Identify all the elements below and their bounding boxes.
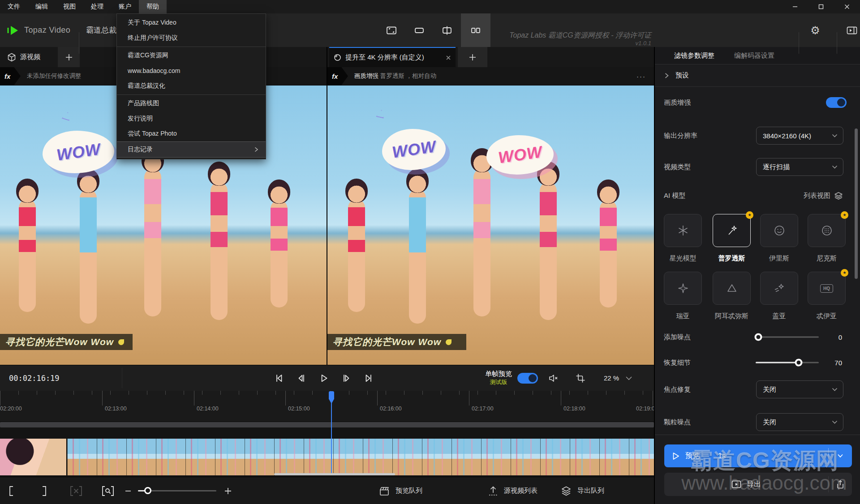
go-to-end-button[interactable] — [364, 373, 374, 383]
timeline-zoom-out-button[interactable] — [125, 477, 132, 504]
filmstrip-thumbnails[interactable] — [67, 439, 654, 475]
single-frame-toggle[interactable] — [517, 373, 538, 384]
menu-process[interactable]: 处理 — [83, 0, 111, 13]
close-tab-icon[interactable] — [446, 55, 451, 60]
settings-tabs: 滤镜参数调整 编解码器设置 — [655, 47, 860, 64]
export-queue-button[interactable]: 导出队列 — [561, 477, 604, 504]
next-frame-button[interactable] — [341, 373, 351, 383]
zoom-level-control[interactable]: 22 % — [604, 365, 632, 391]
model-tile-artemis[interactable] — [713, 272, 751, 305]
menu-help[interactable]: 帮助 — [139, 0, 167, 13]
set-out-point-button[interactable] — [41, 477, 47, 504]
settings-gear-icon[interactable]: ⚙ — [806, 13, 824, 47]
tab-upscale-4k[interactable]: 提升至 4K 分辨率 (自定义) — [329, 47, 456, 67]
go-to-start-button[interactable] — [274, 373, 284, 383]
filmstrip-timeline[interactable] — [0, 439, 654, 475]
recover-detail-knob[interactable] — [795, 359, 803, 367]
model-tile-proteus[interactable] — [713, 214, 751, 247]
menu-item-localization[interactable]: 霸道总裁汉化 — [117, 78, 266, 94]
menu-item-roadmap[interactable]: 产品路线图 — [117, 96, 266, 111]
tab-filter-params[interactable]: 滤镜参数调整 — [674, 51, 714, 60]
add-filter-tab-button[interactable] — [458, 47, 487, 67]
timeline-scrollbar[interactable] — [0, 422, 654, 427]
panel-divider-line — [655, 435, 860, 435]
model-tile-theia[interactable]: HQ — [808, 272, 846, 305]
plus-icon — [224, 487, 232, 495]
clear-selection-button[interactable] — [69, 477, 83, 504]
filmstrip-scrollbar[interactable] — [274, 473, 395, 475]
person-silhouette — [19, 199, 36, 312]
model-tile-starlight[interactable] — [664, 214, 702, 247]
view-original-button[interactable] — [378, 13, 405, 47]
model-tile-iris[interactable] — [760, 214, 798, 247]
subtitle-caption: 寻找它的光芒Wow Wow — [327, 334, 466, 350]
menu-view[interactable]: 视图 — [56, 0, 83, 13]
panel-scrollbar[interactable] — [855, 128, 858, 279]
preview-region-button[interactable] — [101, 477, 115, 504]
preview-queue-button[interactable]: 预览队列 — [379, 477, 422, 504]
titlebar-separator — [837, 32, 837, 54]
menu-item-eula[interactable]: 终止用户许可协议 — [117, 30, 266, 46]
tab-codec-settings[interactable]: 编解码器设置 — [734, 51, 774, 60]
dotted-globe-icon — [821, 224, 833, 237]
person-silhouette — [80, 189, 97, 324]
source-list-label: 源视频列表 — [504, 487, 538, 495]
crop-icon[interactable] — [572, 365, 589, 391]
side-by-side-view-icon — [470, 25, 482, 36]
menu-item-release-notes[interactable]: 发行说明 — [117, 111, 266, 126]
add-source-tab-button[interactable] — [58, 47, 80, 67]
shooting-star-icon — [773, 282, 786, 295]
fx-icon: fx — [327, 67, 348, 85]
menu-item-badao-cg[interactable]: 霸道CG资源网 — [117, 48, 266, 63]
major-tick — [561, 391, 561, 406]
menu-edit[interactable]: 编辑 — [28, 0, 56, 13]
timeline-ruler[interactable]: 02:13:00 02:14:00 02:15:00 02:16:00 02:1… — [0, 390, 654, 421]
slider-fill — [756, 362, 799, 363]
previous-frame-button[interactable] — [297, 373, 306, 383]
menu-item-about[interactable]: 关于 Topaz Video — [117, 15, 266, 30]
view-side-by-side-button[interactable] — [461, 13, 490, 47]
filmstrip-first-clip[interactable] — [0, 439, 67, 475]
close-button[interactable] — [834, 0, 860, 13]
timeline-zoom-in-button[interactable] — [224, 477, 232, 504]
timeline-zoom-slider-knob[interactable] — [144, 487, 151, 494]
view-split-button[interactable] — [433, 13, 461, 47]
model-tile-gaia[interactable] — [760, 272, 798, 305]
grain-noise-select[interactable]: 关闭 — [756, 413, 843, 431]
recover-detail-slider[interactable] — [756, 362, 819, 363]
add-noise-slider[interactable] — [756, 337, 819, 338]
menu-item-logging[interactable]: 日志记录 — [117, 141, 266, 158]
source-list-button[interactable]: 源视频列表 — [488, 477, 538, 504]
maximize-button[interactable] — [808, 0, 834, 13]
menu-file[interactable]: 文件 — [0, 0, 28, 13]
model-tile-rhea[interactable] — [664, 272, 702, 305]
set-in-point-button[interactable] — [8, 477, 14, 504]
focus-fix-select[interactable]: 关闭 — [756, 380, 843, 398]
add-noise-knob[interactable] — [755, 333, 762, 341]
preset-label: 预设 — [675, 71, 689, 80]
preset-section-header[interactable]: 预设 — [655, 64, 860, 87]
enhancement-toggle[interactable] — [826, 97, 847, 108]
tab-source-video[interactable]: 源视频 — [0, 47, 47, 67]
playhead-line[interactable] — [331, 391, 332, 475]
minimize-button[interactable] — [782, 0, 808, 13]
time-label: 02:13:00 — [105, 406, 127, 412]
video-type-row: 视频类型 逐行扫描 — [655, 158, 860, 176]
view-single-button[interactable] — [405, 13, 433, 47]
menu-account[interactable]: 账户 — [111, 0, 139, 13]
list-view-toggle[interactable]: 列表视图 — [804, 192, 843, 200]
model-tile-nyx[interactable] — [808, 214, 846, 247]
person-silhouette — [409, 189, 426, 324]
fx-more-button[interactable]: ··· — [636, 73, 646, 80]
titlebar-separator — [79, 32, 79, 54]
wow-text: WOW — [55, 140, 102, 164]
resolution-select[interactable]: 3840×2160 (4K) — [756, 127, 843, 145]
mute-icon[interactable] — [546, 365, 562, 391]
menu-item-badao-url[interactable]: www.badaocg.com — [117, 63, 266, 78]
video-type-select[interactable]: 逐行扫描 — [756, 158, 843, 176]
menu-item-try-topaz-photo[interactable]: 尝试 Topaz Photo — [117, 126, 266, 141]
caption-text: 寻找它的光芒Wow Wow — [333, 336, 441, 348]
toggle-right-panel-icon[interactable] — [844, 13, 860, 47]
triangle-icon — [726, 282, 738, 295]
play-button[interactable] — [319, 373, 329, 383]
